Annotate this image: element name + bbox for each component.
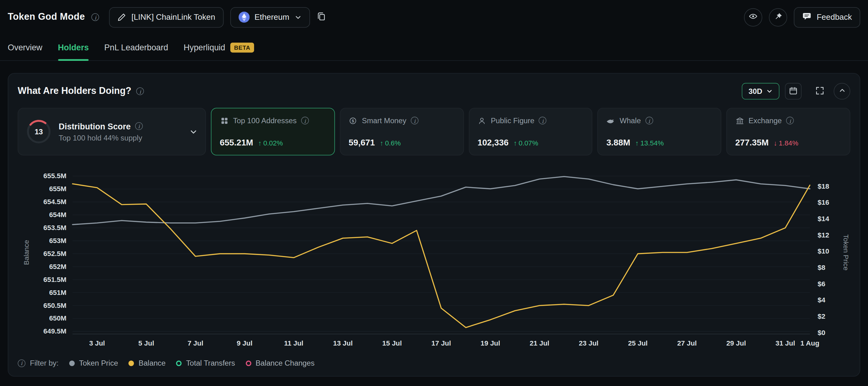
- beta-badge: BETA: [230, 42, 254, 52]
- stat-card-smart-money[interactable]: $ Smart Money 59,671 0.6%: [340, 108, 464, 155]
- fullscreen-icon: [815, 86, 825, 96]
- stat-value: 102,336: [477, 138, 508, 148]
- tab-overview[interactable]: Overview: [8, 34, 42, 60]
- chevron-down-icon[interactable]: [189, 128, 197, 136]
- chevron-up-icon: [838, 87, 845, 96]
- pin-button[interactable]: [769, 8, 787, 26]
- watch-button[interactable]: [744, 8, 762, 26]
- svg-text:13 Jul: 13 Jul: [333, 339, 353, 347]
- distribution-score-card[interactable]: 13 Distribution Score Top 100 hold 44% s…: [18, 108, 206, 155]
- svg-text:17 Jul: 17 Jul: [432, 339, 451, 347]
- svg-text:9 Jul: 9 Jul: [237, 339, 252, 347]
- up-arrow-icon: [514, 139, 519, 147]
- token-selector-button[interactable]: [LINK] ChainLink Token: [110, 7, 223, 27]
- distribution-score-title: Distribution Score: [59, 121, 131, 131]
- info-icon[interactable]: [539, 117, 547, 125]
- svg-text:649.5M: 649.5M: [43, 327, 66, 335]
- gauge-score: 13: [26, 119, 51, 144]
- calendar-icon: [789, 86, 798, 96]
- svg-text:$2: $2: [817, 313, 825, 320]
- exchange-icon: [735, 116, 744, 125]
- chevron-down-icon: [766, 88, 773, 95]
- tab-bar: Overview Holders PnL Leaderboard Hyperli…: [0, 34, 868, 61]
- chevron-down-icon: [294, 13, 301, 21]
- svg-text:27 Jul: 27 Jul: [677, 339, 697, 347]
- svg-text:Token Price: Token Price: [842, 234, 850, 271]
- time-range-dropdown[interactable]: 30D: [742, 83, 779, 100]
- holders-chart[interactable]: 655.5M655M654.5M654M653.5M653M652.5M652M…: [18, 162, 851, 350]
- time-range-value: 30D: [749, 87, 762, 96]
- top-bar: Token God Mode [LINK] ChainLink Token Et…: [0, 0, 868, 34]
- legend-balance[interactable]: Balance: [129, 359, 166, 367]
- legend-dot: [129, 360, 134, 366]
- info-icon[interactable]: [136, 87, 144, 95]
- svg-text:650M: 650M: [49, 314, 66, 322]
- copy-address-button[interactable]: [316, 12, 326, 23]
- svg-text:$6: $6: [817, 280, 825, 288]
- legend-dot: [69, 360, 74, 366]
- stat-card-public-figure[interactable]: Public Figure 102,336 0.07%: [469, 108, 593, 155]
- svg-text:650.5M: 650.5M: [43, 302, 66, 309]
- stat-change: 1.84%: [774, 139, 799, 147]
- info-icon[interactable]: [92, 13, 99, 21]
- token-selector-label: [LINK] ChainLink Token: [131, 13, 215, 22]
- svg-text:653.5M: 653.5M: [43, 224, 66, 232]
- svg-text:$10: $10: [817, 247, 829, 255]
- info-icon[interactable]: [135, 122, 143, 130]
- info-icon[interactable]: [411, 117, 418, 125]
- stat-label: Whale: [620, 116, 641, 125]
- svg-text:31 Jul: 31 Jul: [776, 339, 795, 347]
- stats-row: 13 Distribution Score Top 100 hold 44% s…: [18, 108, 850, 155]
- stat-card-whale[interactable]: Whale 3.88M 13.54%: [597, 108, 721, 155]
- info-icon[interactable]: [645, 117, 653, 125]
- tab-holders[interactable]: Holders: [58, 34, 89, 60]
- panel-title: What Are Holders Doing?: [18, 86, 131, 97]
- svg-text:$14: $14: [817, 215, 829, 223]
- network-selector-button[interactable]: Ethereum: [230, 7, 310, 27]
- feedback-label: Feedback: [817, 13, 852, 22]
- info-icon[interactable]: [18, 359, 25, 367]
- info-icon[interactable]: [301, 117, 309, 125]
- legend-filter-label: Filter by:: [30, 359, 59, 367]
- up-arrow-icon: [380, 139, 385, 147]
- stat-value: 59,671: [349, 138, 375, 148]
- distribution-score-subtitle: Top 100 hold 44% supply: [59, 133, 143, 142]
- stat-change: 0.02%: [258, 139, 283, 147]
- svg-text:25 Jul: 25 Jul: [628, 339, 648, 347]
- svg-text:653M: 653M: [49, 237, 66, 245]
- stat-label: Smart Money: [362, 116, 406, 125]
- smart-money-icon: $: [349, 116, 358, 125]
- page-title: Token God Mode: [8, 12, 85, 23]
- down-arrow-icon: [774, 139, 779, 147]
- stat-card-exchange[interactable]: Exchange 277.35M 1.84%: [726, 108, 850, 155]
- svg-text:$18: $18: [817, 182, 829, 190]
- pencil-icon: [118, 13, 126, 22]
- svg-text:655.5M: 655.5M: [43, 172, 66, 180]
- svg-text:15 Jul: 15 Jul: [382, 339, 402, 347]
- calendar-button[interactable]: [785, 83, 802, 100]
- svg-text:$8: $8: [817, 264, 825, 272]
- feedback-button[interactable]: Feedback: [794, 7, 860, 27]
- stat-label: Exchange: [748, 116, 782, 125]
- svg-text:7 Jul: 7 Jul: [188, 339, 204, 347]
- tab-hyperliquid[interactable]: Hyperliquid BETA: [184, 34, 254, 60]
- stat-card-top-100-addresses[interactable]: Top 100 Addresses 655.21M 0.02%: [211, 108, 335, 155]
- stat-value: 3.88M: [607, 138, 630, 148]
- fullscreen-button[interactable]: [811, 83, 828, 100]
- stat-value: 655.21M: [220, 138, 253, 148]
- svg-text:651M: 651M: [49, 289, 66, 296]
- legend-token-price[interactable]: Token Price: [69, 359, 118, 367]
- stat-value: 277.35M: [735, 138, 769, 148]
- legend-total-transfers[interactable]: Total Transfers: [176, 359, 235, 367]
- tab-pnl-leaderboard[interactable]: PnL Leaderboard: [104, 34, 168, 60]
- panel-header: What Are Holders Doing? 30D: [18, 82, 850, 100]
- info-icon[interactable]: [786, 117, 794, 125]
- stat-change: 0.07%: [514, 139, 538, 147]
- addresses-icon: [220, 116, 229, 125]
- chart-legend: Filter by: Token Price Balance Total Tra…: [18, 359, 850, 367]
- collapse-button[interactable]: [834, 83, 850, 100]
- legend-balance-changes[interactable]: Balance Changes: [245, 359, 314, 367]
- network-selector-label: Ethereum: [254, 13, 289, 22]
- stat-label: Public Figure: [491, 116, 534, 125]
- svg-text:Balance: Balance: [23, 240, 30, 265]
